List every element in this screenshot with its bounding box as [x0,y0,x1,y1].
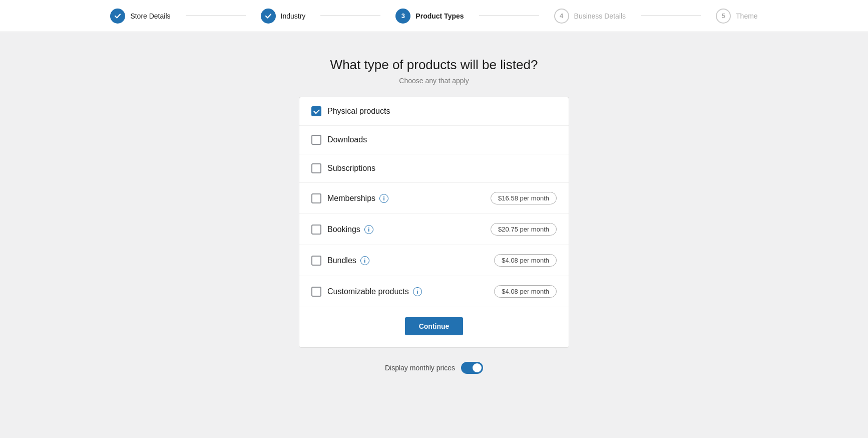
label-customizable: Customizable products [327,287,409,296]
step-icon-product-types: 3 [395,9,410,24]
info-icon-customizable[interactable]: i [413,287,422,296]
checkbox-memberships[interactable] [311,193,321,203]
wizard-step-theme[interactable]: 5 Theme [701,9,773,24]
step-label-industry: Industry [281,12,306,20]
info-icon-memberships[interactable]: i [379,194,388,203]
label-bundles: Bundles [327,256,356,265]
step-label-theme: Theme [736,12,758,20]
label-subscriptions: Subscriptions [327,164,375,173]
product-row-bookings[interactable]: Bookings i $20.75 per month [299,214,569,245]
info-icon-bundles[interactable]: i [360,256,369,265]
info-icon-bookings[interactable]: i [364,225,373,234]
step-label-product-types: Product Types [415,12,464,20]
monthly-prices-toggle[interactable] [461,362,483,374]
step-icon-industry [261,9,276,24]
wizard-header: Store Details Industry 3 Product Types 4… [0,0,868,32]
step-label-business-details: Business Details [574,12,626,20]
connector-3 [479,16,539,16]
connector-4 [641,16,701,16]
wizard-step-product-types[interactable]: 3 Product Types [380,9,479,24]
label-bookings: Bookings [327,225,360,234]
button-row: Continue [299,307,569,347]
product-row-memberships[interactable]: Memberships i $16.58 per month [299,183,569,214]
wizard-step-store-details[interactable]: Store Details [95,9,185,24]
checkbox-subscriptions[interactable] [311,163,321,173]
label-downloads: Downloads [327,135,367,144]
product-row-subscriptions[interactable]: Subscriptions [299,154,569,183]
connector-1 [186,16,246,16]
checkbox-physical[interactable] [311,106,321,116]
checkbox-downloads[interactable] [311,135,321,145]
checkbox-customizable[interactable] [311,287,321,297]
step-label-store-details: Store Details [130,12,170,20]
checkbox-bundles[interactable] [311,256,321,266]
display-monthly-label: Display monthly prices [385,364,455,372]
page-title: What type of products will be listed? [330,57,538,73]
continue-button[interactable]: Continue [405,317,464,335]
main-content: What type of products will be listed? Ch… [0,32,868,374]
footer-bar: Display monthly prices [385,362,483,374]
price-bookings: $20.75 per month [491,223,557,236]
step-icon-theme: 5 [716,9,731,24]
product-type-card: Physical products Downloads Subscription… [299,97,569,348]
connector-2 [320,16,380,16]
wizard-step-business-details[interactable]: 4 Business Details [539,9,641,24]
price-bundles: $4.08 per month [494,254,557,267]
price-customizable: $4.08 per month [494,285,557,298]
step-icon-store-details [110,9,125,24]
step-icon-business-details: 4 [554,9,569,24]
price-memberships: $16.58 per month [491,192,557,204]
label-physical: Physical products [327,107,390,116]
product-row-bundles[interactable]: Bundles i $4.08 per month [299,245,569,276]
page-subtitle: Choose any that apply [399,77,469,85]
product-row-customizable[interactable]: Customizable products i $4.08 per month [299,276,569,307]
wizard-step-industry[interactable]: Industry [246,9,321,24]
product-row-downloads[interactable]: Downloads [299,126,569,154]
product-row-physical[interactable]: Physical products [299,97,569,126]
label-memberships: Memberships [327,194,375,203]
checkbox-bookings[interactable] [311,225,321,235]
